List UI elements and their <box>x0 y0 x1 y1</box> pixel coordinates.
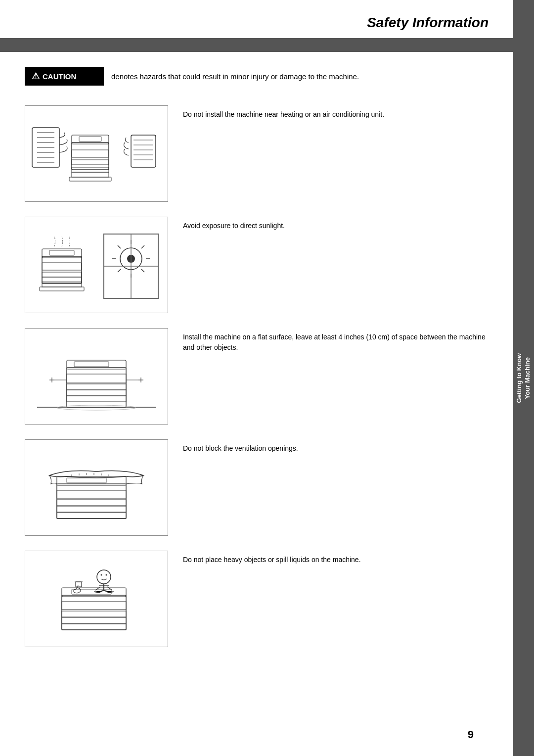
svg-rect-23 <box>42 263 82 270</box>
svg-rect-12 <box>72 172 109 177</box>
item-image-5 <box>25 551 168 647</box>
item-row: Install the machine on a flat surface, l… <box>25 328 489 425</box>
warning-icon: ⚠ <box>32 71 40 82</box>
svg-rect-60 <box>67 478 106 483</box>
svg-rect-26 <box>42 282 82 287</box>
svg-rect-78 <box>76 582 82 587</box>
item-image-1 <box>25 105 168 202</box>
item-description-3: Install the machine on a flat surface, l… <box>183 328 489 353</box>
section-banner <box>0 38 513 52</box>
svg-rect-69 <box>62 611 126 617</box>
caution-section: ⚠ CAUTION denotes hazards that could res… <box>0 67 513 105</box>
svg-line-36 <box>141 269 144 272</box>
svg-rect-47 <box>67 390 126 396</box>
svg-rect-57 <box>57 506 126 512</box>
svg-rect-54 <box>57 484 126 519</box>
item-description-4: Do not block the ventilation openings. <box>183 439 489 454</box>
item-image-4 <box>25 439 168 536</box>
svg-point-76 <box>106 574 107 576</box>
item-description-2: Avoid exposure to direct sunlight. <box>183 217 489 231</box>
svg-rect-48 <box>67 396 126 402</box>
svg-rect-58 <box>57 513 126 519</box>
page-title: Safety Information <box>0 0 513 38</box>
item-row: Do not place heavy objects or spill liqu… <box>25 551 489 647</box>
item-row: Do not block the ventilation openings. <box>25 439 489 536</box>
svg-rect-28 <box>49 250 74 255</box>
item-row: Avoid exposure to direct sunlight. <box>25 217 489 313</box>
item-image-2 <box>25 217 168 313</box>
svg-point-51 <box>57 405 136 410</box>
item-description-5: Do not place heavy objects or spill liqu… <box>183 551 489 565</box>
svg-rect-68 <box>62 602 126 610</box>
caution-label: CAUTION <box>43 72 76 81</box>
svg-point-74 <box>97 570 111 584</box>
svg-line-37 <box>141 245 144 248</box>
svg-rect-73 <box>72 589 111 594</box>
svg-rect-44 <box>67 368 126 407</box>
svg-rect-10 <box>72 160 109 165</box>
svg-rect-55 <box>57 490 126 498</box>
svg-rect-67 <box>62 595 126 630</box>
svg-point-75 <box>101 574 102 576</box>
item-image-3 <box>25 328 168 425</box>
svg-rect-29 <box>40 287 84 291</box>
caution-description: denotes hazards that could result in min… <box>111 72 359 81</box>
page-number: 9 <box>468 728 474 741</box>
svg-rect-24 <box>42 272 82 277</box>
svg-rect-70 <box>62 617 126 623</box>
sidebar-tab-text: Getting to Know Your Machine <box>515 353 532 403</box>
svg-rect-15 <box>69 177 111 181</box>
svg-rect-9 <box>72 150 109 157</box>
svg-rect-71 <box>62 624 126 630</box>
item-description-1: Do not install the machine near heating … <box>183 105 489 120</box>
svg-rect-14 <box>79 137 101 142</box>
svg-rect-8 <box>72 142 109 170</box>
items-container: Do not install the machine near heating … <box>0 105 513 662</box>
svg-line-35 <box>118 245 121 248</box>
item-row: Do not install the machine near heating … <box>25 105 489 202</box>
svg-rect-46 <box>67 384 126 390</box>
svg-rect-25 <box>42 277 82 282</box>
caution-badge: ⚠ CAUTION <box>25 67 104 86</box>
sidebar-tab: Getting to Know Your Machine <box>513 0 534 756</box>
svg-rect-45 <box>67 374 126 383</box>
svg-rect-50 <box>74 362 109 367</box>
svg-rect-56 <box>57 500 126 506</box>
svg-line-38 <box>118 269 121 272</box>
main-content: Safety Information ⚠ CAUTION denotes haz… <box>0 0 513 756</box>
